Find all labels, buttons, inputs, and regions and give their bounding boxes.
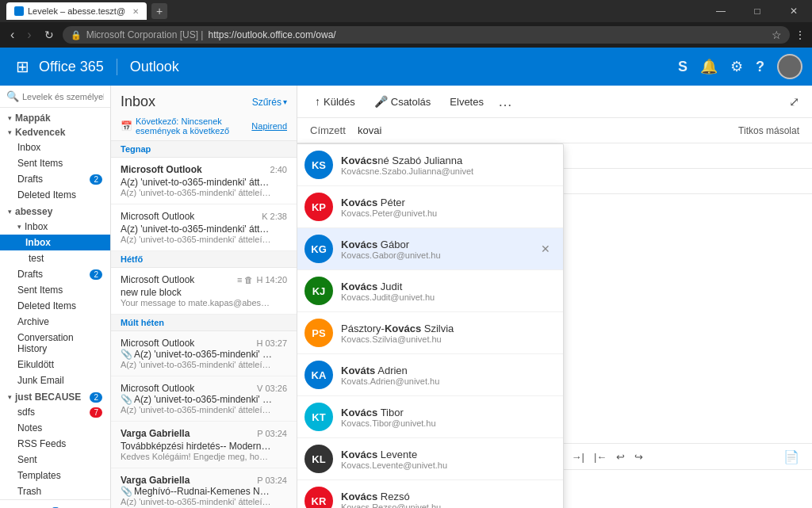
close-btn[interactable]: ✕: [776, 0, 812, 22]
sidebar-item-eikuldott[interactable]: Eikuldött: [0, 357, 110, 372]
sidebar-item-notes[interactable]: Notes: [0, 420, 110, 436]
napirend-btn[interactable]: Napirend: [251, 121, 287, 131]
section-hetfo: Hétfő: [111, 251, 297, 268]
ac-close-3[interactable]: ✕: [538, 239, 553, 258]
ac-item-7[interactable]: KT Kovács Tibor Kovacs.Tibor@univet.hu: [297, 396, 563, 438]
sidebar-item-conv[interactable]: Conversation History: [0, 330, 110, 357]
email-time: 2:40: [270, 165, 287, 174]
tab-close-icon[interactable]: ✕: [132, 7, 139, 16]
reload-btn[interactable]: ↻: [40, 27, 58, 43]
settings-btn[interactable]: ⚙: [730, 58, 743, 75]
email-preview: Kedves Kolégáim! Engedje meg, hogy Dr. J…: [121, 452, 271, 461]
minimize-btn[interactable]: —: [703, 0, 739, 22]
sidebar-item-abessey-drafts[interactable]: Drafts 2: [0, 266, 110, 282]
email-item[interactable]: Varga Gabriella P 03:24 Továbbképzési hi…: [111, 422, 297, 468]
ac-item-3[interactable]: KG Kovács Gábor Kovacs.Gabor@univet.hu ✕: [297, 228, 563, 270]
ac-item-6[interactable]: KA Kováts Adrien Kovats.Adrien@univet.hu: [297, 354, 563, 396]
skype-btn[interactable]: S: [678, 59, 688, 75]
email-subject: new rule block: [121, 287, 287, 298]
ac-item-2[interactable]: KP Kovács Péter Kovacs.Peter@univet.hu: [297, 186, 563, 228]
avatar[interactable]: [777, 54, 802, 79]
address-bar[interactable]: 🔒 Microsoft Corporation [US] | https://o…: [63, 26, 790, 44]
sidebar-item-abessey-inbox-selected[interactable]: Inbox: [0, 235, 110, 250]
ac-avatar-8: KL: [304, 445, 333, 473]
folders-header[interactable]: ▾ Mappák: [0, 108, 110, 125]
extensions-btn[interactable]: ⋮: [795, 29, 806, 41]
sidebar-item-sent2[interactable]: Sent: [0, 452, 110, 468]
send-arrow-icon: ↑: [315, 95, 320, 108]
email-sender: Microsoft Outlook: [121, 338, 194, 349]
email-sender: Microsoft Outlook: [121, 211, 194, 222]
sidebar-item-trash[interactable]: Trash: [0, 483, 110, 499]
sidebar-item-sdfs[interactable]: sdfs 7: [0, 404, 110, 420]
fmt-outdent-btn[interactable]: |←: [591, 449, 610, 464]
email-item[interactable]: Microsoft Outlook K 2:38 A(z) 'univet-to…: [111, 204, 297, 251]
abessey-header[interactable]: ▾ abessey: [0, 203, 110, 219]
sidebar-item-junk[interactable]: Junk Email: [0, 372, 110, 388]
ac-avatar-3: KG: [304, 235, 333, 263]
sidebar-item-abessey-inbox[interactable]: ▾ Inbox: [0, 219, 110, 235]
sidebar-item-test[interactable]: test: [0, 250, 110, 266]
email-item[interactable]: Varga Gabriella P 03:24 📎 Meghívó--Rudna…: [111, 468, 297, 508]
calendar-icon: 📅: [121, 120, 132, 132]
ac-item-4[interactable]: KJ Kovács Judit Kovacs.Judit@univet.hu: [297, 270, 563, 312]
ac-item-1[interactable]: KS Kovácsné Szabó Julianna Kovácsne.Szab…: [297, 144, 563, 186]
email-subject: Továbbképzési hirdetés-- Modern, tudomán…: [121, 441, 271, 452]
send-toolbar-btn[interactable]: ↑ Küldés: [310, 92, 360, 111]
fmt-attach-file-btn[interactable]: 📄: [783, 449, 799, 464]
expand-compose-btn[interactable]: ⤢: [789, 94, 799, 109]
waffle-menu-btn[interactable]: ⊞: [10, 54, 36, 79]
browser-tab[interactable]: Levelek – abesse.teszt@ ✕: [6, 2, 147, 20]
sidebar-item-templates[interactable]: Templates: [0, 468, 110, 483]
ac-avatar-1: KS: [304, 151, 333, 179]
email-subject: A(z) 'univet-to-o365-mindenki' átteleíté…: [134, 349, 273, 360]
fmt-redo-btn[interactable]: ↪: [631, 449, 646, 464]
sidebar-item-sent[interactable]: Sent Items: [0, 155, 110, 171]
email-subject: A(z) 'univet-to-o365-mindenki' átteleíté…: [134, 394, 273, 405]
just-because-header[interactable]: ▾ just BECAUSE 2: [0, 388, 110, 404]
sidebar-item-inbox-fav[interactable]: Inbox: [0, 139, 110, 155]
sidebar-item-drafts[interactable]: Drafts 2: [0, 171, 110, 187]
notifications-btn[interactable]: 🔔: [700, 58, 718, 75]
back-btn[interactable]: ‹: [6, 26, 18, 44]
ac-info-9: Kovács Rezsó Kovacs.Rezso@univet.hu: [341, 491, 553, 509]
address-text: https://outlook.office.com/owa/: [209, 29, 336, 40]
fmt-undo-btn[interactable]: ↩: [613, 449, 628, 464]
ac-avatar-7: KT: [304, 403, 333, 431]
email-item[interactable]: Microsoft Outlook 2:40 A(z) 'univet-to-o…: [111, 158, 297, 204]
favorites-header[interactable]: ▾ Kedvencek: [0, 125, 110, 139]
section-mult-heten: Múlt héten: [111, 315, 297, 331]
email-item[interactable]: Microsoft Outlook H 03:27 📎 A(z) 'univet…: [111, 331, 297, 376]
forward-btn[interactable]: ›: [23, 26, 35, 44]
email-sender: Microsoft Outlook: [121, 383, 194, 394]
filter-btn[interactable]: Szűrés ▾: [252, 97, 287, 108]
star-icon[interactable]: ☆: [772, 29, 782, 41]
to-input[interactable]: [358, 124, 491, 136]
ac-info-6: Kováts Adrien Kovats.Adrien@univet.hu: [341, 365, 553, 386]
sidebar-item-abessey-sent[interactable]: Sent Items: [0, 282, 110, 298]
email-item[interactable]: Microsoft Outlook V 03:26 📎 A(z) 'univet…: [111, 376, 297, 422]
ac-item-9[interactable]: KR Kovács Rezsó Kovacs.Rezso@univet.hu: [297, 480, 563, 508]
sidebar-item-rss[interactable]: RSS Feeds: [0, 436, 110, 452]
ac-avatar-5: PS: [304, 319, 333, 347]
bcc-label[interactable]: Titkos másolat: [738, 125, 799, 136]
fmt-indent-btn[interactable]: →|: [568, 449, 587, 464]
abessey-label: abessey: [15, 206, 52, 217]
sidebar-search-input[interactable]: [22, 92, 104, 101]
sidebar-item-deleted[interactable]: Deleted Items: [0, 187, 110, 203]
inbox-title: Inbox: [121, 94, 155, 110]
ac-item-8[interactable]: KL Kovács Levente Kovacs.Levente@univet.…: [297, 438, 563, 480]
ac-avatar-6: KA: [304, 361, 333, 389]
sidebar-item-archive[interactable]: Archive: [0, 314, 110, 330]
email-time: K 2:38: [262, 212, 287, 221]
email-time: V 03:26: [257, 384, 287, 393]
discard-toolbar-btn[interactable]: Elvetes: [445, 93, 488, 111]
ac-item-5[interactable]: PS Pásztory-Kovács Szilvia Kovacs.Szilvi…: [297, 312, 563, 354]
help-btn[interactable]: ?: [756, 59, 764, 75]
sidebar-item-abessey-deleted[interactable]: Deleted Items: [0, 298, 110, 314]
new-tab-btn[interactable]: +: [151, 3, 167, 19]
maximize-btn[interactable]: □: [739, 0, 776, 22]
email-item[interactable]: Microsoft Outlook ≡ 🗑 H 14:20 new rule b…: [111, 268, 297, 315]
more-toolbar-btn[interactable]: …: [498, 94, 512, 110]
attach-toolbar-btn[interactable]: 🎤 Csatolás: [370, 92, 436, 111]
